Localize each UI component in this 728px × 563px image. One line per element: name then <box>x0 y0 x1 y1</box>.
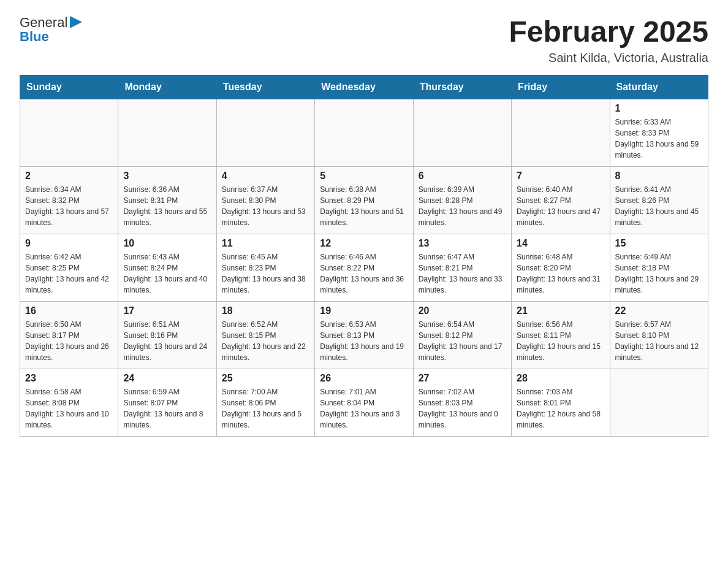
sunrise-text: Sunrise: 6:53 AM <box>320 319 408 330</box>
day-info: Sunrise: 6:38 AMSunset: 8:29 PMDaylight:… <box>320 184 408 228</box>
day-info: Sunrise: 6:45 AMSunset: 8:23 PMDaylight:… <box>222 251 309 296</box>
sunrise-text: Sunrise: 7:01 AM <box>320 386 408 397</box>
daylight-text: Daylight: 13 hours and 26 minutes. <box>25 341 113 363</box>
calendar-cell: 16Sunrise: 6:50 AMSunset: 8:17 PMDayligh… <box>20 302 118 369</box>
sunset-text: Sunset: 8:22 PM <box>320 262 408 274</box>
calendar-week-row: 1Sunrise: 6:33 AMSunset: 8:33 PMDaylight… <box>20 99 708 167</box>
day-number: 20 <box>419 305 506 316</box>
calendar-title: February 2025 <box>509 15 708 48</box>
sunrise-text: Sunrise: 6:46 AM <box>320 251 408 262</box>
day-number: 12 <box>320 238 408 249</box>
daylight-text: Daylight: 13 hours and 24 minutes. <box>123 341 211 363</box>
sunrise-text: Sunrise: 6:36 AM <box>123 184 211 195</box>
day-number: 10 <box>123 238 211 249</box>
calendar-cell <box>118 99 216 167</box>
logo-general-text: General <box>20 15 67 30</box>
calendar-cell <box>20 99 118 167</box>
day-info: Sunrise: 6:40 AMSunset: 8:27 PMDaylight:… <box>517 184 604 228</box>
calendar-cell: 23Sunrise: 6:58 AMSunset: 8:08 PMDayligh… <box>20 369 118 437</box>
sunrise-text: Sunrise: 6:57 AM <box>615 319 703 330</box>
daylight-text: Daylight: 13 hours and 15 minutes. <box>517 341 604 363</box>
day-info: Sunrise: 6:46 AMSunset: 8:22 PMDaylight:… <box>320 251 408 296</box>
day-number: 11 <box>222 238 309 249</box>
calendar-cell <box>413 99 511 167</box>
calendar-cell: 3Sunrise: 6:36 AMSunset: 8:31 PMDaylight… <box>118 167 216 234</box>
daylight-text: Daylight: 13 hours and 0 minutes. <box>419 408 506 431</box>
calendar-header-row: SundayMondayTuesdayWednesdayThursdayFrid… <box>20 75 708 99</box>
sunrise-text: Sunrise: 6:34 AM <box>25 184 113 195</box>
svg-marker-0 <box>70 16 82 28</box>
day-info: Sunrise: 7:00 AMSunset: 8:06 PMDaylight:… <box>222 386 309 431</box>
daylight-text: Daylight: 13 hours and 3 minutes. <box>320 408 408 431</box>
calendar-cell <box>512 99 610 167</box>
sunset-text: Sunset: 8:11 PM <box>517 330 604 341</box>
column-header-tuesday: Tuesday <box>216 75 314 99</box>
calendar-cell: 20Sunrise: 6:54 AMSunset: 8:12 PMDayligh… <box>413 302 511 369</box>
day-number: 2 <box>25 170 113 182</box>
daylight-text: Daylight: 13 hours and 29 minutes. <box>615 274 703 296</box>
sunset-text: Sunset: 8:27 PM <box>517 195 604 206</box>
day-number: 28 <box>517 373 604 384</box>
day-number: 9 <box>25 238 113 249</box>
daylight-text: Daylight: 13 hours and 5 minutes. <box>222 408 309 431</box>
sunrise-text: Sunrise: 7:00 AM <box>222 386 309 397</box>
sunset-text: Sunset: 8:07 PM <box>123 397 211 408</box>
sunrise-text: Sunrise: 6:33 AM <box>615 117 703 128</box>
sunset-text: Sunset: 8:03 PM <box>419 397 506 408</box>
sunrise-text: Sunrise: 6:49 AM <box>615 251 703 262</box>
sunset-text: Sunset: 8:32 PM <box>25 195 113 206</box>
daylight-text: Daylight: 13 hours and 10 minutes. <box>25 408 113 431</box>
calendar-cell: 2Sunrise: 6:34 AMSunset: 8:32 PMDaylight… <box>20 167 118 234</box>
daylight-text: Daylight: 13 hours and 38 minutes. <box>222 274 309 296</box>
sunrise-text: Sunrise: 6:52 AM <box>222 319 309 330</box>
sunset-text: Sunset: 8:31 PM <box>123 195 211 206</box>
day-info: Sunrise: 6:57 AMSunset: 8:10 PMDaylight:… <box>615 319 703 363</box>
daylight-text: Daylight: 13 hours and 12 minutes. <box>615 341 703 363</box>
sunrise-text: Sunrise: 6:59 AM <box>123 386 211 397</box>
sunrise-text: Sunrise: 6:41 AM <box>615 184 703 195</box>
column-header-friday: Friday <box>512 75 610 99</box>
daylight-text: Daylight: 13 hours and 36 minutes. <box>320 274 408 296</box>
day-info: Sunrise: 6:58 AMSunset: 8:08 PMDaylight:… <box>25 386 113 431</box>
calendar-cell: 15Sunrise: 6:49 AMSunset: 8:18 PMDayligh… <box>610 234 708 302</box>
calendar-cell: 25Sunrise: 7:00 AMSunset: 8:06 PMDayligh… <box>216 369 314 437</box>
calendar-cell: 26Sunrise: 7:01 AMSunset: 8:04 PMDayligh… <box>315 369 413 437</box>
sunrise-text: Sunrise: 6:38 AM <box>320 184 408 195</box>
calendar-cell: 19Sunrise: 6:53 AMSunset: 8:13 PMDayligh… <box>315 302 413 369</box>
sunset-text: Sunset: 8:01 PM <box>517 397 604 408</box>
day-number: 3 <box>123 170 211 182</box>
day-number: 15 <box>615 238 703 249</box>
day-info: Sunrise: 6:47 AMSunset: 8:21 PMDaylight:… <box>419 251 506 296</box>
day-info: Sunrise: 6:43 AMSunset: 8:24 PMDaylight:… <box>123 251 211 296</box>
sunrise-text: Sunrise: 6:51 AM <box>123 319 211 330</box>
calendar-week-row: 16Sunrise: 6:50 AMSunset: 8:17 PMDayligh… <box>20 302 708 369</box>
daylight-text: Daylight: 13 hours and 40 minutes. <box>123 274 211 296</box>
day-info: Sunrise: 6:39 AMSunset: 8:28 PMDaylight:… <box>419 184 506 228</box>
day-number: 6 <box>419 170 506 182</box>
sunrise-text: Sunrise: 6:43 AM <box>123 251 211 262</box>
day-number: 27 <box>419 373 506 384</box>
calendar-cell <box>315 99 413 167</box>
daylight-text: Daylight: 13 hours and 22 minutes. <box>222 341 309 363</box>
day-number: 26 <box>320 373 408 384</box>
calendar-cell: 27Sunrise: 7:02 AMSunset: 8:03 PMDayligh… <box>413 369 511 437</box>
day-number: 23 <box>25 373 113 384</box>
sunset-text: Sunset: 8:08 PM <box>25 397 113 408</box>
calendar-cell: 10Sunrise: 6:43 AMSunset: 8:24 PMDayligh… <box>118 234 216 302</box>
sunset-text: Sunset: 8:24 PM <box>123 262 211 274</box>
calendar-week-row: 9Sunrise: 6:42 AMSunset: 8:25 PMDaylight… <box>20 234 708 302</box>
calendar-cell: 22Sunrise: 6:57 AMSunset: 8:10 PMDayligh… <box>610 302 708 369</box>
daylight-text: Daylight: 13 hours and 45 minutes. <box>615 206 703 228</box>
calendar-cell: 24Sunrise: 6:59 AMSunset: 8:07 PMDayligh… <box>118 369 216 437</box>
column-header-monday: Monday <box>118 75 216 99</box>
sunset-text: Sunset: 8:15 PM <box>222 330 309 341</box>
logo-blue-text: Blue <box>20 29 82 44</box>
calendar-week-row: 23Sunrise: 6:58 AMSunset: 8:08 PMDayligh… <box>20 369 708 437</box>
day-info: Sunrise: 6:34 AMSunset: 8:32 PMDaylight:… <box>25 184 113 228</box>
daylight-text: Daylight: 13 hours and 53 minutes. <box>222 206 309 228</box>
day-number: 5 <box>320 170 408 182</box>
calendar-cell: 8Sunrise: 6:41 AMSunset: 8:26 PMDaylight… <box>610 167 708 234</box>
calendar-cell: 5Sunrise: 6:38 AMSunset: 8:29 PMDaylight… <box>315 167 413 234</box>
sunrise-text: Sunrise: 6:40 AM <box>517 184 604 195</box>
day-info: Sunrise: 7:03 AMSunset: 8:01 PMDaylight:… <box>517 386 604 431</box>
